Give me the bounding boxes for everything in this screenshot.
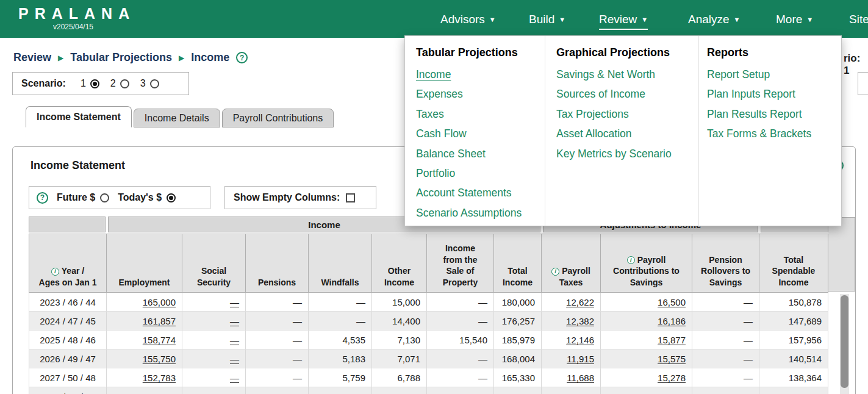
menu-item-key-metrics-by-scenario[interactable]: Key Metrics by Scenario: [556, 144, 672, 163]
info-icon[interactable]: i: [627, 256, 635, 264]
tab-income-details[interactable]: Income Details: [134, 109, 220, 127]
payroll-taxes-cell[interactable]: 12,146: [542, 331, 601, 349]
windfalls-cell: 5,759: [309, 368, 372, 387]
info-icon[interactable]: i: [551, 268, 559, 276]
col-header-year-ages: iYear / Ages on Jan 1: [29, 234, 107, 293]
year-ages-cell: 2026 / 49 / 47: [29, 349, 107, 368]
col-header-social-security: Social Security: [182, 234, 246, 293]
menu-item-expenses[interactable]: Expenses: [416, 84, 463, 104]
menu-item-tax-forms-brackets[interactable]: Tax Forms & Brackets: [707, 124, 811, 143]
group-spacer: [29, 217, 106, 232]
scenario-selector: Scenario: 1 2 3: [12, 72, 189, 95]
menu-item-asset-allocation[interactable]: Asset Allocation: [556, 124, 632, 143]
employment-cell[interactable]: 161,857: [107, 312, 182, 331]
payroll-taxes-cell[interactable]: 12,622: [542, 293, 601, 312]
employment-cell[interactable]: 158,774: [107, 331, 182, 349]
windfalls-cell: 6,390: [309, 387, 372, 394]
menu-item-cash-flow[interactable]: Cash Flow: [416, 124, 467, 143]
payroll-contributions-cell[interactable]: 15,877: [601, 331, 692, 349]
social-security-cell[interactable]: —: [182, 349, 246, 368]
radio-icon[interactable]: [150, 79, 159, 88]
total-spendable-cell: 138,364: [759, 368, 828, 387]
pension-rollovers-cell: —: [692, 349, 759, 368]
menu-item-report-setup[interactable]: Report Setup: [707, 65, 770, 84]
payroll-taxes-cell[interactable]: 11,688: [542, 368, 601, 387]
brand-logo[interactable]: PRALANA v2025/04/15: [18, 4, 135, 31]
social-security-cell[interactable]: —: [182, 368, 246, 387]
payroll-contributions-cell[interactable]: 16,500: [601, 293, 692, 312]
menu-item-plan-results-report[interactable]: Plan Results Report: [707, 104, 802, 124]
table-scrollbar[interactable]: [840, 294, 849, 394]
scenario-label: Scenario:: [21, 78, 66, 89]
nav-more[interactable]: More▼: [776, 13, 813, 26]
nav-advisors[interactable]: Advisors▼: [440, 13, 496, 26]
show-empty-columns-checkbox[interactable]: [346, 193, 355, 202]
payroll-contributions-cell[interactable]: 15,575: [601, 349, 692, 368]
todays-dollar-option[interactable]: Today's $: [118, 192, 176, 203]
menu-item-taxes[interactable]: Taxes: [416, 104, 444, 124]
nav-build[interactable]: Build▼: [529, 13, 565, 26]
radio-icon[interactable]: [100, 193, 109, 202]
payroll-taxes-cell[interactable]: 11,915: [542, 349, 601, 368]
menu-header-graphical-projections: Graphical Projections: [556, 45, 698, 60]
info-icon[interactable]: i: [51, 268, 59, 276]
help-icon[interactable]: ?: [236, 52, 248, 63]
nav-analyze[interactable]: Analyze▼: [688, 13, 741, 26]
radio-selected-icon[interactable]: [167, 193, 176, 202]
social-security-cell[interactable]: —: [182, 331, 246, 349]
payroll-contributions-cell[interactable]: 15,278: [601, 368, 692, 387]
pensions-cell: —: [246, 312, 309, 331]
payroll-contributions-cell[interactable]: 16,186: [601, 312, 692, 331]
col-header-sale-of-property: Income from the Sale of Property: [427, 234, 494, 293]
payroll-contributions-cell[interactable]: 15,278: [601, 387, 692, 394]
nav-site[interactable]: Site: [849, 13, 868, 26]
menu-item-plan-inputs-report[interactable]: Plan Inputs Report: [707, 84, 795, 104]
future-dollar-option[interactable]: Future $: [57, 192, 109, 203]
menu-item-income[interactable]: Income: [416, 65, 451, 84]
col-header-other-income: Other Income: [372, 234, 427, 293]
breadcrumb-tabular-projections[interactable]: Tabular Projections: [70, 51, 172, 64]
employment-cell[interactable]: 152,783: [107, 368, 182, 387]
breadcrumb: Review ▶ Tabular Projections ▶ Income ?: [13, 51, 248, 64]
app-version: v2025/04/15: [18, 23, 128, 31]
employment-cell[interactable]: 152,783: [107, 387, 182, 394]
social-security-cell[interactable]: —: [182, 312, 246, 331]
menu-item-portfolio[interactable]: Portfolio: [416, 163, 455, 183]
help-icon[interactable]: ?: [37, 192, 48, 204]
header-filler: [828, 217, 855, 292]
menu-item-sources-of-income[interactable]: Sources of Income: [556, 84, 645, 104]
employment-cell[interactable]: 165,000: [107, 293, 182, 312]
breadcrumb-income[interactable]: Income: [191, 51, 229, 64]
nav-label: More: [776, 13, 802, 26]
scenario-option-label: 3: [140, 78, 146, 89]
menu-item-savings-net-worth[interactable]: Savings & Net Worth: [556, 65, 655, 84]
menu-item-account-statements[interactable]: Account Statements: [416, 183, 512, 202]
payroll-taxes-cell[interactable]: 11,688: [542, 387, 601, 394]
caret-down-icon: ▼: [734, 16, 741, 23]
radio-icon[interactable]: [120, 79, 129, 88]
tab-income-statement[interactable]: Income Statement: [26, 106, 132, 127]
social-security-cell[interactable]: —: [182, 293, 246, 312]
scrollbar-thumb[interactable]: [841, 295, 848, 388]
tab-payroll-contributions[interactable]: Payroll Contributions: [222, 109, 334, 127]
year-ages-cell: 2024 / 47 / 45: [29, 312, 107, 331]
menu-item-scenario-assumptions[interactable]: Scenario Assumptions: [416, 203, 522, 223]
total-spendable-cell: 140,514: [759, 349, 828, 368]
menu-item-balance-sheet[interactable]: Balance Sheet: [416, 144, 486, 163]
menu-item-tax-projections[interactable]: Tax Projections: [556, 104, 629, 124]
col-header-windfalls: Windfalls: [309, 234, 372, 293]
scenario-option-1[interactable]: 1: [81, 78, 99, 89]
scenario-option-label: 1: [81, 78, 86, 89]
social-security-cell[interactable]: —: [182, 387, 246, 394]
employment-cell[interactable]: 155,750: [107, 349, 182, 368]
caret-down-icon: ▼: [641, 16, 648, 23]
windfalls-cell: 4,535: [309, 331, 372, 349]
scenario-option-2[interactable]: 2: [110, 78, 129, 89]
table-row: 2026 / 49 / 47 155,750 — — 5,183 7,071 —…: [29, 349, 828, 368]
scenario-option-3[interactable]: 3: [140, 78, 159, 89]
payroll-taxes-cell[interactable]: 12,382: [542, 312, 601, 331]
breadcrumb-review[interactable]: Review: [13, 51, 51, 64]
radio-selected-icon[interactable]: [90, 79, 99, 88]
menu-column-tabular-projections: Tabular Projections Income Expenses Taxe…: [405, 36, 545, 226]
nav-review[interactable]: Review▼: [599, 13, 648, 30]
